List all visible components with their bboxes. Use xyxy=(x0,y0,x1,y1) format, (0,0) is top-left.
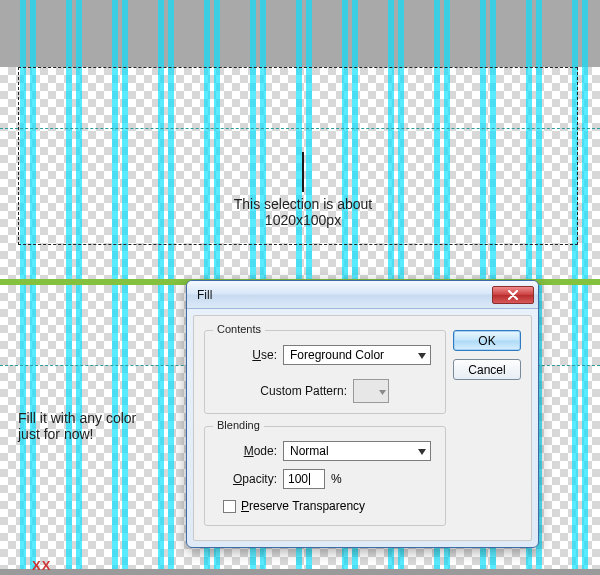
ok-button[interactable]: OK xyxy=(453,330,521,351)
dialog-button-column: OK Cancel xyxy=(453,330,521,380)
dialog-title: Fill xyxy=(197,288,212,302)
selection-annotation: This selection is about 1020x100px xyxy=(210,152,396,228)
annotation-pointer-line xyxy=(302,152,304,192)
custom-pattern-label: Custom Pattern: xyxy=(217,384,347,398)
canvas-gray-area xyxy=(0,0,600,67)
button-label: OK xyxy=(478,334,495,348)
fieldset-legend: Blending xyxy=(213,419,264,431)
fill-dialog: Fill OK Cancel Contents Use: Foreground … xyxy=(186,280,539,548)
annotation-text: just for now! xyxy=(18,426,136,442)
opacity-unit: % xyxy=(331,472,342,486)
close-button[interactable] xyxy=(492,286,534,304)
opacity-label: Opacity: xyxy=(217,472,277,486)
text-caret xyxy=(309,473,310,485)
fieldset-legend: Contents xyxy=(213,323,265,335)
custom-pattern-picker xyxy=(353,379,389,403)
fill-annotation: Fill it with any color just for now! xyxy=(18,410,136,442)
preserve-transparency-label: Preserve Transparency xyxy=(241,499,365,513)
annotation-text: 1020x100px xyxy=(210,212,396,228)
blending-fieldset: Blending Mode: Normal Opacity: 100 % xyxy=(204,426,446,526)
use-label: Use: xyxy=(217,348,277,362)
mode-label: Mode: xyxy=(217,444,277,458)
use-combobox[interactable]: Foreground Color xyxy=(283,345,431,365)
close-icon xyxy=(507,290,519,300)
footer-marker: XX xyxy=(32,558,51,573)
annotation-text: This selection is about xyxy=(210,196,396,212)
mode-value: Normal xyxy=(290,444,329,458)
chevron-down-icon xyxy=(418,348,426,362)
annotation-text: Fill it with any color xyxy=(18,410,136,426)
dialog-body: OK Cancel Contents Use: Foreground Color… xyxy=(193,315,532,541)
opacity-value: 100 xyxy=(288,472,308,486)
mode-combobox[interactable]: Normal xyxy=(283,441,431,461)
preserve-transparency-checkbox[interactable] xyxy=(223,500,236,513)
horizontal-guide-dashed xyxy=(0,128,600,129)
chevron-down-icon xyxy=(379,384,386,398)
button-label: Cancel xyxy=(468,363,505,377)
use-value: Foreground Color xyxy=(290,348,384,362)
dialog-titlebar[interactable]: Fill xyxy=(187,281,538,309)
contents-fieldset: Contents Use: Foreground Color Custom Pa… xyxy=(204,330,446,414)
cancel-button[interactable]: Cancel xyxy=(453,359,521,380)
opacity-input[interactable]: 100 xyxy=(283,469,325,489)
chevron-down-icon xyxy=(418,444,426,458)
canvas-bottom-bar xyxy=(0,569,600,575)
